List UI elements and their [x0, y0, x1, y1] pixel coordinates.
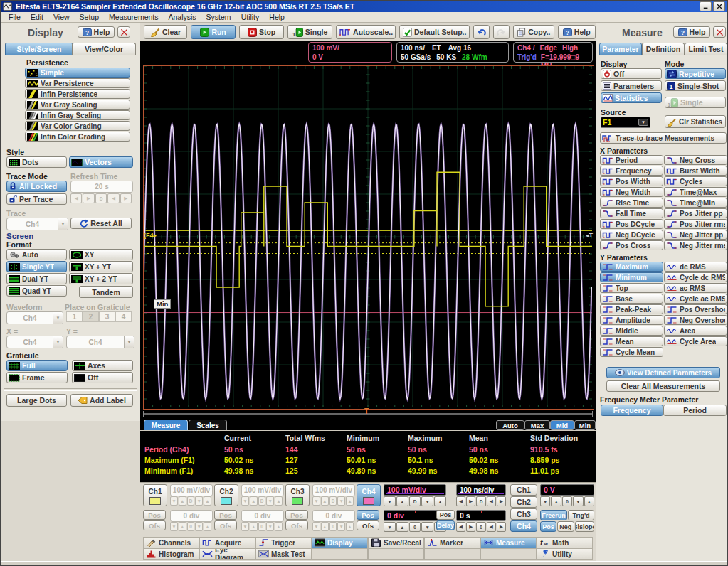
y-param-neg-overshoot[interactable]: Neg Overshoot [664, 315, 727, 325]
y-param-base[interactable]: Base [600, 294, 663, 304]
delay-left-button[interactable]: ◀ [487, 522, 496, 532]
display-close-button[interactable] [117, 26, 130, 38]
reset-all-button[interactable]: Reset All [70, 218, 132, 229]
y-param-ac-rms[interactable]: ac RMS [664, 283, 727, 293]
default-setup-button[interactable]: Default Setup.. [399, 25, 470, 39]
trigger-source-ch3[interactable]: Ch3 [510, 508, 537, 520]
trace-to-trace-button[interactable]: Trace-to-trace Measurements [600, 132, 727, 144]
function-tab-marker[interactable]: Marker [424, 537, 480, 548]
menu-edit[interactable]: Edit [26, 13, 48, 21]
x-param-pos-width[interactable]: Pos Width [600, 176, 663, 186]
measure-tab-limit-test[interactable]: Limit Test [685, 43, 727, 55]
results-size-auto[interactable]: Auto [496, 420, 524, 430]
y-param-amplitude[interactable]: Amplitude [600, 315, 663, 325]
source-select[interactable]: F1▼ [601, 117, 650, 128]
ch4-offset-up-button[interactable]: ▲ [396, 522, 408, 532]
per-trace-button[interactable]: Per Trace [6, 193, 67, 205]
timebase-left-button[interactable]: ◀ [487, 496, 496, 506]
x-param-time-max[interactable]: Time@Max [664, 187, 727, 197]
add-label-button[interactable]: Add Label [70, 394, 133, 407]
function-tab-save-recall[interactable]: Save/Recall [368, 537, 424, 548]
ch3-enable-button[interactable]: Ch3 [285, 484, 310, 506]
trigger-source-ch1[interactable]: Ch1 [510, 484, 537, 496]
persistence-item-var-persistence[interactable]: Var Persistence [25, 78, 130, 88]
vectors-button[interactable]: Vectors [69, 156, 133, 168]
function-tab-utility[interactable]: Utility [537, 548, 593, 560]
trigger-level-up-button[interactable]: ▲ [584, 496, 594, 506]
menu-help[interactable]: Help [264, 13, 290, 21]
y-param-mean[interactable]: Mean [600, 336, 663, 346]
y-param-dc-rms[interactable]: dc RMS [664, 262, 727, 272]
tab-view-color[interactable]: View/Color [72, 43, 136, 55]
x-param-pos-jitter-rms[interactable]: Pos Jitter rms [664, 219, 727, 229]
mode-repetitive-button[interactable]: Repetitive [665, 68, 726, 79]
ch4-offset-down-button[interactable]: ▼ [384, 522, 396, 532]
format-option-xy[interactable]: XY [69, 249, 133, 260]
function-tab-acquire[interactable]: Acquire [199, 537, 255, 548]
x-param-fall-time[interactable]: Fall Time [600, 208, 663, 218]
undo-button[interactable] [473, 25, 490, 39]
timebase-d-button[interactable]: D [476, 496, 485, 506]
function-tab-math[interactable]: f∞Math [537, 537, 593, 548]
trigger-slope-neg[interactable]: Neg [557, 521, 574, 532]
clear-all-measurements-button[interactable]: Clear All Measurements [606, 380, 720, 392]
trigger-level-marker[interactable]: ◂T [586, 232, 593, 239]
timebase-left-button[interactable]: ◀ [456, 496, 465, 506]
clr-statistics-button[interactable]: Clr Statistics [665, 115, 726, 128]
y-param-peak-peak[interactable]: Peak-Peak [600, 304, 663, 314]
trigger-level-field[interactable]: 0 V [540, 484, 594, 496]
menu-measurements[interactable]: Measurements [104, 13, 163, 21]
y-param-cycle-mean[interactable]: Cycle Mean [600, 347, 663, 357]
timebase-scale-field[interactable]: 100 ns/div [456, 484, 506, 496]
ch4-offset-zero-button[interactable]: 0 [409, 522, 421, 532]
menu-system[interactable]: System [201, 13, 236, 21]
menu-utility[interactable]: Utility [236, 13, 265, 21]
x-param-period[interactable]: Period [600, 155, 663, 165]
x-param-pos-dcycle[interactable]: Pos DCycle [600, 219, 663, 229]
y-param-cycle-dc-rms[interactable]: Cycle dc RMS [664, 272, 727, 282]
format-option-xy-yt[interactable]: XY + YT [69, 261, 133, 272]
menu-file[interactable]: File [4, 13, 26, 21]
y-param-maximum[interactable]: Maximum [600, 262, 663, 272]
trigger-source-ch4[interactable]: Ch4 [510, 520, 537, 532]
x-param-neg-jitter-rms[interactable]: Neg Jitter rms [664, 240, 727, 250]
delay-right-button[interactable]: ▶ [497, 522, 506, 532]
timebase-delay-button[interactable]: Delay [436, 520, 455, 530]
results-size-min[interactable]: Min [574, 420, 596, 430]
close-button[interactable] [713, 1, 725, 11]
x-param-pos-jitter-pp[interactable]: Pos Jitter pp [664, 208, 727, 218]
x-param-rise-time[interactable]: Rise Time [600, 198, 663, 208]
autoscale-button[interactable]: Autoscale.. [336, 25, 396, 39]
timebase-right-button[interactable]: ▶ [466, 496, 475, 506]
run-button[interactable]: Run [191, 25, 236, 39]
trigger-slope-bislope[interactable]: Bislope [575, 521, 595, 532]
x-param-cycles[interactable]: Cycles [664, 176, 727, 186]
persistence-item-infin-color-grading[interactable]: Infin Color Grading [25, 132, 130, 142]
menu-view[interactable]: View [48, 13, 75, 21]
view-defined-parameters-button[interactable]: View Defined Parameters [606, 367, 720, 378]
y-param-pos-overshoot[interactable]: Pos Overshoot [664, 304, 727, 314]
ch1-enable-button[interactable]: Ch1 [143, 484, 167, 506]
y-param-cycle-area[interactable]: Cycle Area [664, 336, 727, 346]
freerun-button[interactable]: Freerun [540, 510, 567, 520]
delay-left-button[interactable]: ◀ [456, 522, 465, 532]
min-trace-label[interactable]: Min [154, 299, 171, 309]
horizontal-position-track[interactable]: T [143, 410, 593, 417]
trigger-slope-pos[interactable]: Pos [540, 521, 556, 532]
ch2-enable-button[interactable]: Ch2 [214, 484, 238, 506]
format-option-quad-yt[interactable]: Quad YT [6, 285, 67, 297]
timebase-right-button[interactable]: ▶ [497, 496, 506, 506]
y-param-minimum[interactable]: Minimum [600, 272, 663, 282]
ch4-scale-up-button[interactable]: ▲ [396, 496, 408, 506]
display-parameters-button[interactable]: Parameters [601, 80, 662, 91]
stop-button[interactable]: Stop [239, 25, 284, 39]
clear-button[interactable]: Clear [144, 25, 187, 39]
ch4-scale-d-button[interactable]: D [409, 496, 421, 506]
function-tab-display[interactable]: Display [312, 537, 368, 548]
trigger-level-down-button[interactable]: ▼ [540, 496, 550, 506]
x-param-pos-cross[interactable]: Pos Cross [600, 240, 663, 250]
menu-analysis[interactable]: Analysis [164, 13, 201, 21]
graticule-option-frame[interactable]: Frame [6, 372, 68, 383]
x-param-neg-width[interactable]: Neg Width [600, 187, 663, 197]
tab-measure-results[interactable]: Measure [144, 420, 188, 430]
